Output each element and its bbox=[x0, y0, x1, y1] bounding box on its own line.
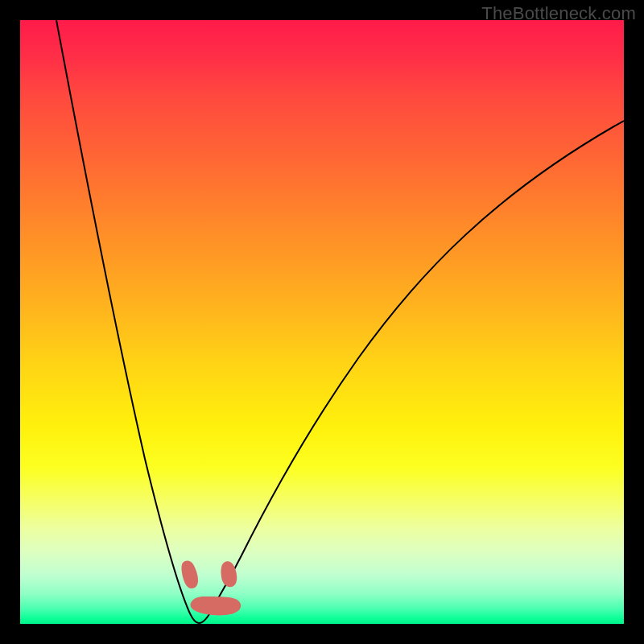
right-curve bbox=[217, 121, 624, 600]
plot-area bbox=[20, 20, 624, 624]
data-blob-1 bbox=[181, 561, 198, 588]
chart-frame: TheBottleneck.com bbox=[0, 0, 644, 644]
left-curve bbox=[56, 20, 217, 623]
data-blob-2 bbox=[221, 561, 237, 587]
watermark-text: TheBottleneck.com bbox=[481, 3, 636, 24]
data-blob-3 bbox=[191, 597, 242, 615]
curve-svg bbox=[20, 20, 624, 624]
